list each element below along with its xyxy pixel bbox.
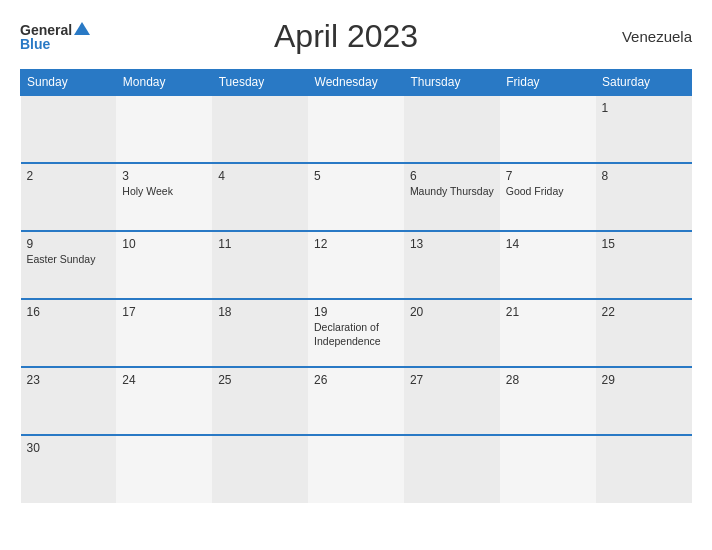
day-number: 30: [27, 441, 111, 455]
calendar-week-row: 30: [21, 435, 692, 503]
table-row: 20: [404, 299, 500, 367]
header: General Blue April 2023 Venezuela: [20, 18, 692, 55]
day-number: 15: [602, 237, 686, 251]
day-number: 29: [602, 373, 686, 387]
table-row: [500, 95, 596, 163]
page: General Blue April 2023 Venezuela Sunday…: [0, 0, 712, 550]
country-label: Venezuela: [602, 28, 692, 45]
table-row: [404, 95, 500, 163]
day-number: 14: [506, 237, 590, 251]
day-number: 7: [506, 169, 590, 183]
table-row: 27: [404, 367, 500, 435]
table-row: 1: [596, 95, 692, 163]
day-number: 17: [122, 305, 206, 319]
logo-blue: Blue: [20, 37, 90, 51]
table-row: 3Holy Week: [116, 163, 212, 231]
calendar-week-row: 23Holy Week456Maundy Thursday7Good Frida…: [21, 163, 692, 231]
day-number: 23: [27, 373, 111, 387]
table-row: [596, 435, 692, 503]
table-row: 7Good Friday: [500, 163, 596, 231]
calendar-week-row: 9Easter Sunday101112131415: [21, 231, 692, 299]
day-number: 28: [506, 373, 590, 387]
day-number: 8: [602, 169, 686, 183]
logo-general: General: [20, 23, 72, 37]
day-number: 22: [602, 305, 686, 319]
day-number: 16: [27, 305, 111, 319]
event-label: Easter Sunday: [27, 253, 111, 267]
table-row: [404, 435, 500, 503]
table-row: 5: [308, 163, 404, 231]
day-number: 5: [314, 169, 398, 183]
day-number: 1: [602, 101, 686, 115]
month-title: April 2023: [90, 18, 602, 55]
col-monday: Monday: [116, 70, 212, 96]
table-row: 8: [596, 163, 692, 231]
day-number: 25: [218, 373, 302, 387]
table-row: 28: [500, 367, 596, 435]
table-row: 22: [596, 299, 692, 367]
col-wednesday: Wednesday: [308, 70, 404, 96]
table-row: 6Maundy Thursday: [404, 163, 500, 231]
table-row: 17: [116, 299, 212, 367]
event-label: Good Friday: [506, 185, 590, 199]
table-row: 2: [21, 163, 117, 231]
table-row: 15: [596, 231, 692, 299]
col-friday: Friday: [500, 70, 596, 96]
table-row: [21, 95, 117, 163]
col-sunday: Sunday: [21, 70, 117, 96]
table-row: 30: [21, 435, 117, 503]
day-number: 19: [314, 305, 398, 319]
calendar-header-row: Sunday Monday Tuesday Wednesday Thursday…: [21, 70, 692, 96]
logo-triangle-icon: [74, 22, 90, 35]
table-row: [116, 95, 212, 163]
day-number: 4: [218, 169, 302, 183]
day-number: 9: [27, 237, 111, 251]
col-saturday: Saturday: [596, 70, 692, 96]
table-row: 21: [500, 299, 596, 367]
table-row: 19Declaration of Independence: [308, 299, 404, 367]
table-row: 13: [404, 231, 500, 299]
table-row: [116, 435, 212, 503]
table-row: [212, 95, 308, 163]
day-number: 21: [506, 305, 590, 319]
table-row: 16: [21, 299, 117, 367]
col-tuesday: Tuesday: [212, 70, 308, 96]
table-row: 29: [596, 367, 692, 435]
event-label: Maundy Thursday: [410, 185, 494, 199]
day-number: 18: [218, 305, 302, 319]
day-number: 11: [218, 237, 302, 251]
day-number: 12: [314, 237, 398, 251]
day-number: 27: [410, 373, 494, 387]
table-row: 10: [116, 231, 212, 299]
table-row: 12: [308, 231, 404, 299]
table-row: [500, 435, 596, 503]
day-number: 20: [410, 305, 494, 319]
table-row: 4: [212, 163, 308, 231]
table-row: [212, 435, 308, 503]
event-label: Declaration of Independence: [314, 321, 398, 348]
calendar-week-row: 1: [21, 95, 692, 163]
day-number: 2: [27, 169, 111, 183]
table-row: 25: [212, 367, 308, 435]
day-number: 10: [122, 237, 206, 251]
logo: General Blue: [20, 22, 90, 51]
event-label: Holy Week: [122, 185, 206, 199]
table-row: [308, 435, 404, 503]
day-number: 26: [314, 373, 398, 387]
day-number: 24: [122, 373, 206, 387]
table-row: 24: [116, 367, 212, 435]
calendar-week-row: 16171819Declaration of Independence20212…: [21, 299, 692, 367]
table-row: 14: [500, 231, 596, 299]
table-row: 9Easter Sunday: [21, 231, 117, 299]
day-number: 6: [410, 169, 494, 183]
day-number: 3: [122, 169, 206, 183]
calendar: Sunday Monday Tuesday Wednesday Thursday…: [20, 69, 692, 503]
table-row: 26: [308, 367, 404, 435]
day-number: 13: [410, 237, 494, 251]
table-row: 23: [21, 367, 117, 435]
col-thursday: Thursday: [404, 70, 500, 96]
table-row: 11: [212, 231, 308, 299]
calendar-week-row: 23242526272829: [21, 367, 692, 435]
table-row: [308, 95, 404, 163]
table-row: 18: [212, 299, 308, 367]
